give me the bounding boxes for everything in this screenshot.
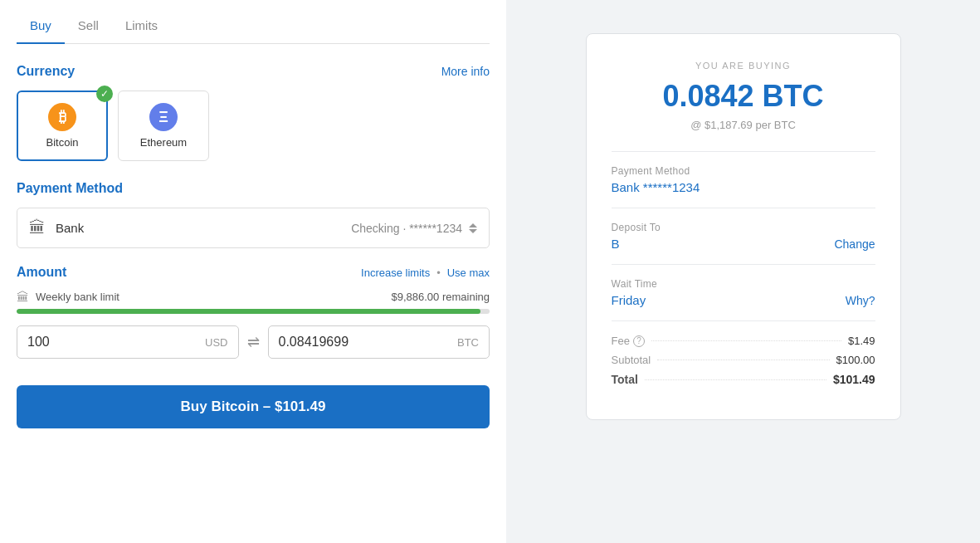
eth-icon: Ξ [149,103,178,131]
swap-icon[interactable]: ⇌ [247,333,260,351]
usd-input[interactable] [27,335,200,350]
buy-button[interactable]: Buy Bitcoin – $101.49 [17,385,490,428]
divider-1 [612,151,875,152]
amount-section: Amount Increase limits • Use max 🏛 Weekl… [17,265,490,359]
bank-name: Bank [56,221,351,235]
divider-4 [612,320,875,321]
currency-section-header: Currency More info [17,64,490,79]
btc-icon: ₿ [48,103,76,131]
total-value: $101.49 [833,373,875,386]
payment-method-header: Payment Method [17,181,490,196]
fee-dotted-line [651,340,841,341]
currency-card-container: ✓ ₿ Bitcoin Ξ Ethereum [17,90,490,161]
fee-row: Fee ? $1.49 [612,335,875,347]
fee-help-icon[interactable]: ? [633,335,645,347]
divider-3 [612,264,875,265]
payment-method-row-label: Payment Method [612,165,875,177]
amount-header: Amount Increase limits • Use max [17,265,490,280]
arrow-up-icon [469,223,477,227]
limit-label: Weekly bank limit [36,291,384,303]
limit-remaining: $9,886.00 remaining [391,291,490,303]
subtotal-row: Subtotal $100.00 [612,354,875,366]
you-are-buying-label: YOU ARE BUYING [612,61,875,71]
summary-wait-time-row: Wait Time Friday Why? [612,278,875,307]
currency-section-title: Currency [17,64,75,79]
summary-deposit-row: Deposit To B Change [612,222,875,251]
change-link[interactable]: Change [834,237,875,251]
total-label: Total [612,373,638,386]
wait-time-row-label: Wait Time [612,278,875,290]
usd-currency-label: USD [205,336,227,349]
payment-method-row-value: Bank ******1234 [612,180,875,194]
limit-row: 🏛 Weekly bank limit $9,886.00 remaining [17,290,490,304]
total-row: Total $101.49 [612,373,875,386]
total-dotted-line [645,379,826,380]
use-max-link[interactable]: Use max [447,267,490,279]
btc-currency-label: BTC [457,336,479,349]
more-info-link[interactable]: More info [441,65,490,78]
why-link[interactable]: Why? [846,294,875,307]
wait-time-row-value: Friday Why? [612,293,875,307]
btc-input[interactable] [279,335,453,350]
btc-label: Bitcoin [46,136,78,149]
fee-label: Fee ? [612,335,645,347]
wait-time-value: Friday [612,293,646,307]
currency-card-bitcoin[interactable]: ✓ ₿ Bitcoin [17,90,108,161]
tab-limits[interactable]: Limits [112,8,171,44]
eth-label: Ethereum [140,136,187,149]
progress-bar-fill [17,309,480,314]
bank-detail: Checking · ******1234 [351,222,462,235]
payment-method-dropdown[interactable]: 🏛 Bank Checking · ******1234 [17,208,490,248]
summary-btc-amount: 0.0842 BTC [612,79,875,114]
btc-input-box[interactable]: BTC [268,325,490,359]
amount-title: Amount [17,265,66,280]
progress-bar-background [17,309,490,314]
tab-buy[interactable]: Buy [17,8,65,44]
deposit-to-row-label: Deposit To [612,222,875,233]
limit-bank-icon: 🏛 [17,290,29,304]
increase-limits-link[interactable]: Increase limits [361,267,430,279]
selected-checkmark: ✓ [96,86,113,102]
payment-method-title: Payment Method [17,181,123,196]
tab-sell[interactable]: Sell [65,8,112,44]
deposit-to-value: B [612,237,620,251]
arrow-down-icon [469,229,477,233]
summary-rate: @ $1,187.69 per BTC [612,119,875,131]
subtotal-value: $100.00 [836,354,875,366]
amount-links: Increase limits • Use max [361,267,490,279]
summary-card: YOU ARE BUYING 0.0842 BTC @ $1,187.69 pe… [586,33,901,420]
dropdown-arrow[interactable] [469,223,477,233]
bank-icon: 🏛 [29,218,46,237]
fee-value: $1.49 [848,335,875,347]
right-panel: YOU ARE BUYING 0.0842 BTC @ $1,187.69 pe… [506,0,980,543]
subtotal-dotted-line [657,360,829,360]
currency-card-ethereum[interactable]: Ξ Ethereum [118,90,209,161]
subtotal-label: Subtotal [612,354,651,366]
usd-input-box[interactable]: USD [17,325,239,359]
link-separator: • [436,267,441,279]
left-panel: Buy Sell Limits Currency More info ✓ ₿ B… [0,0,506,543]
tab-bar: Buy Sell Limits [17,0,490,44]
summary-payment-method-row: Payment Method Bank ******1234 [612,165,875,194]
payment-method-section: Payment Method 🏛 Bank Checking · ******1… [17,181,490,248]
amount-inputs: USD ⇌ BTC [17,325,490,359]
deposit-to-row-value: B Change [612,237,875,251]
divider-2 [612,208,875,208]
